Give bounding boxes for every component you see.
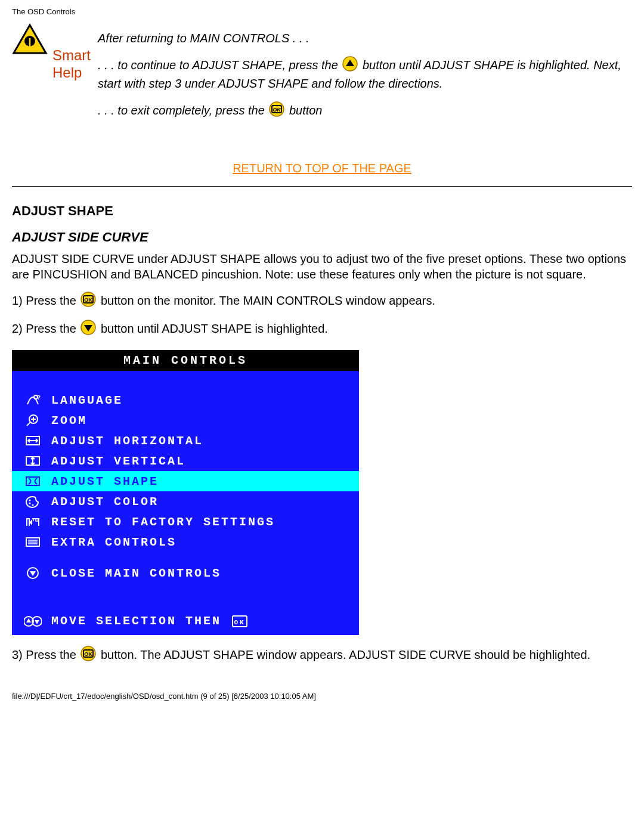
help-text: Help xyxy=(52,64,91,82)
ok-box-icon: OK xyxy=(230,615,250,627)
osd-item: ADJUST HORIZONTAL xyxy=(12,431,359,451)
section-divider xyxy=(12,186,632,187)
osd-item-icon xyxy=(23,454,43,467)
osd-item-label: ZOOM xyxy=(51,414,87,428)
osd-item-icon xyxy=(23,434,43,447)
section-title: ADJUST SHAPE xyxy=(12,203,632,219)
osd-item-label: EXTRA CONTROLS xyxy=(51,535,177,549)
osd-item-icon xyxy=(23,535,43,549)
osd-item-label: LANGUAGE xyxy=(51,394,123,407)
osd-footer-text: MOVE SELECTION THEN xyxy=(51,614,221,628)
intro-paragraph: ADJUST SIDE CURVE under ADJUST SHAPE all… xyxy=(12,251,632,282)
osd-item-label: ADJUST SHAPE xyxy=(51,475,159,488)
osd-item-icon xyxy=(23,515,43,528)
osd-item-label: RESET TO FACTORY SETTINGS xyxy=(51,515,275,529)
step-1: 1) Press the button on the monitor. The … xyxy=(12,292,632,311)
section-subtitle: ADJUST SIDE CURVE xyxy=(12,230,632,245)
osd-close-label: CLOSE MAIN CONTROLS xyxy=(51,566,221,580)
svg-point-20 xyxy=(32,504,34,506)
osd-item: EXTRA CONTROLS xyxy=(12,532,359,552)
step-3: 3) Press the button. The ADJUST SHAPE wi… xyxy=(12,646,632,665)
continue-text-a: . . . to continue to ADJUST SHAPE, press… xyxy=(98,58,341,72)
osd-item: ZOOM xyxy=(12,410,359,431)
updown-icon xyxy=(23,615,43,628)
svg-point-19 xyxy=(29,503,31,504)
step-3-b: button. The ADJUST SHAPE window appears.… xyxy=(101,648,590,661)
step-2-a: 2) Press the xyxy=(12,322,79,335)
exit-text-b: button xyxy=(289,104,323,117)
osd-item: ADJUST SHAPE xyxy=(12,471,359,491)
osd-item-icon xyxy=(23,414,43,427)
osd-item: ADJUST COLOR xyxy=(12,491,359,512)
down-button-icon xyxy=(80,320,96,339)
close-down-icon xyxy=(23,566,43,580)
svg-text:?: ? xyxy=(37,395,41,401)
step-1-a: 1) Press the xyxy=(12,294,79,307)
osd-item-label: ADJUST VERTICAL xyxy=(51,454,185,468)
osd-footer: MOVE SELECTION THEN OK xyxy=(12,606,359,635)
osd-item-label: ADJUST HORIZONTAL xyxy=(51,434,203,448)
osd-item-icon: ? xyxy=(23,394,43,407)
ok-button-icon xyxy=(80,292,96,311)
after-returning-line: After returning to MAIN CONTROLS . . . xyxy=(98,30,632,47)
svg-text:OK: OK xyxy=(234,619,245,626)
smart-text: Smart xyxy=(52,47,91,63)
step-2: 2) Press the button until ADJUST SHAPE i… xyxy=(12,320,632,339)
return-to-top-link-wrap: RETURN TO TOP OF THE PAGE xyxy=(12,162,632,175)
osd-item-icon xyxy=(23,475,43,488)
svg-rect-17 xyxy=(26,477,39,485)
smart-help-label: Smart Help xyxy=(52,47,91,82)
svg-marker-28 xyxy=(26,618,31,623)
warning-triangle-icon xyxy=(12,23,51,57)
osd-item: ?LANGUAGE xyxy=(12,390,359,410)
exit-text-a: . . . to exit completely, press the xyxy=(98,104,268,117)
svg-marker-30 xyxy=(35,620,39,624)
exit-line: . . . to exit completely, press the butt… xyxy=(98,101,632,121)
page-header: The OSD Controls xyxy=(12,0,632,20)
step-1-b: button on the monitor. The MAIN CONTROLS… xyxy=(101,294,435,307)
ok-button-icon xyxy=(80,646,96,665)
step-3-a: 3) Press the xyxy=(12,648,79,661)
osd-screenshot: MAIN CONTROLS ?LANGUAGEZOOMADJUST HORIZO… xyxy=(12,350,359,635)
up-button-icon xyxy=(342,56,358,76)
smart-help-block: Smart Help After returning to MAIN CONTR… xyxy=(12,23,632,131)
osd-title: MAIN CONTROLS xyxy=(12,350,359,371)
osd-item: RESET TO FACTORY SETTINGS xyxy=(12,512,359,532)
svg-line-12 xyxy=(27,422,30,426)
ok-button-icon xyxy=(269,101,284,121)
osd-item: ADJUST VERTICAL xyxy=(12,451,359,471)
osd-item-icon xyxy=(23,495,43,508)
osd-item-label: ADJUST COLOR xyxy=(51,495,159,509)
osd-close-row: CLOSE MAIN CONTROLS xyxy=(12,563,359,583)
svg-point-18 xyxy=(29,500,31,501)
svg-marker-26 xyxy=(30,571,36,576)
step-2-b: button until ADJUST SHAPE is highlighted… xyxy=(101,322,328,335)
continue-line: . . . to continue to ADJUST SHAPE, press… xyxy=(98,56,632,92)
footer-path: file:///D|/EDFU/crt_17/edoc/english/OSD/… xyxy=(12,674,632,707)
return-to-top-link[interactable]: RETURN TO TOP OF THE PAGE xyxy=(233,162,411,175)
